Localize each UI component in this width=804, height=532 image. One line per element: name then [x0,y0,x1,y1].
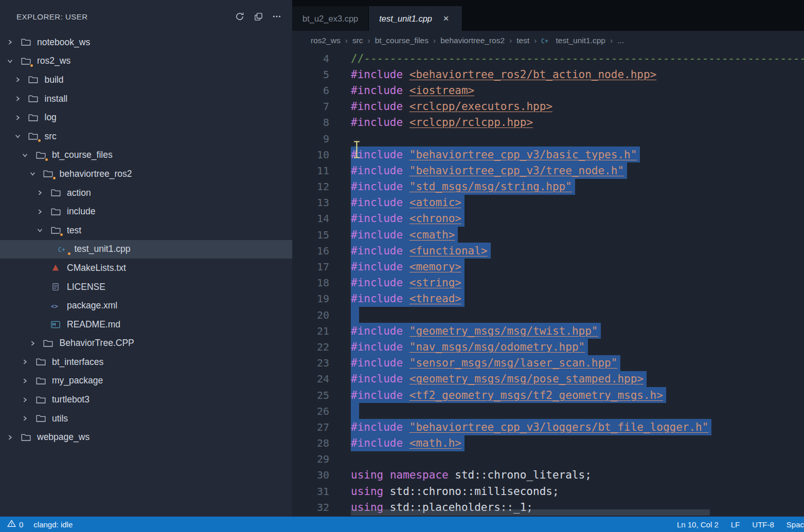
breadcrumb-item-ros2_ws[interactable]: ros2_ws [311,36,341,45]
status-eol-sequence[interactable]: LF [731,520,740,529]
tree-item-LICENSE[interactable]: LICENSE [0,278,292,297]
chevron-down-icon[interactable] [29,171,42,177]
code-line-text[interactable]: #include "nav_msgs/msg/odometry.hpp" [351,339,588,355]
tree-item-src[interactable]: src [0,127,292,146]
line-number[interactable]: 5 [292,68,329,81]
refresh-icon[interactable] [231,9,248,24]
line-number[interactable]: 13 [292,196,329,209]
status-indentation[interactable]: Spac [787,520,804,529]
line-number[interactable]: 9 [292,133,329,145]
line-number[interactable]: 23 [292,357,329,369]
code-line-text[interactable]: #include <tf2_geometry_msgs/tf2_geometry… [351,387,666,403]
line-number[interactable]: 14 [292,212,329,225]
line-number[interactable]: 32 [292,501,329,513]
chevron-right-icon[interactable] [21,415,34,421]
tree-item-test[interactable]: test [0,221,292,240]
tree-item-bt_interfaces[interactable]: bt_interfaces [0,353,292,372]
tree-item-behaviortree_ros2[interactable]: behaviortree_ros2 [0,164,292,184]
code-line-text[interactable]: #include <functional> [351,243,491,259]
line-number[interactable]: 17 [292,261,329,273]
line-number[interactable]: 15 [292,229,329,241]
code-line-text[interactable]: using namespace std::chrono_literals; [351,467,592,483]
code-line-text[interactable] [351,307,359,323]
chevron-right-icon[interactable] [36,190,49,196]
code-line-text[interactable]: #include "behaviortree_cpp_v3/tree_node.… [351,162,627,178]
tree-item-webpage_ws[interactable]: webpage_ws [0,428,292,447]
breadcrumb-item-test_unit1.cpp[interactable]: test_unit1.cpp [556,36,605,45]
code-line-text[interactable]: //--------------------------------------… [351,50,804,66]
line-number[interactable]: 8 [292,116,329,129]
line-number[interactable]: 19 [292,292,329,305]
breadcrumb-item-src[interactable]: src [352,36,363,45]
chevron-down-icon[interactable] [36,227,49,233]
line-number[interactable]: 12 [292,180,329,193]
line-number[interactable]: 29 [292,453,329,465]
more-actions-icon[interactable] [269,9,285,24]
line-number[interactable]: 24 [292,373,329,385]
split-editor-icon[interactable] [250,9,266,24]
line-number[interactable]: 31 [292,485,329,498]
tree-item-bt_course_files[interactable]: bt_course_files [0,146,292,165]
tree-item-BehaviorTree.CPP[interactable]: BehaviorTree.CPP [0,334,292,353]
chevron-right-icon[interactable] [21,397,34,403]
code-line-text[interactable]: #include <atomic> [351,195,464,211]
breadcrumb-item-behaviortree_ros2[interactable]: behaviortree_ros2 [440,36,505,45]
chevron-right-icon[interactable] [14,77,27,83]
tree-item-action[interactable]: action [0,184,292,203]
line-number[interactable]: 16 [292,245,329,257]
line-number[interactable]: 18 [292,277,329,289]
code-line-text[interactable]: #include <cmath> [351,227,458,243]
chevron-down-icon[interactable] [6,58,20,64]
language-server-status[interactable]: clangd: idle [33,520,73,529]
code-line-text[interactable]: #include <rclcpp/executors.hpp> [351,99,552,115]
code-line-text[interactable]: #include <iostream> [351,82,474,98]
horizontal-scrollbar[interactable] [351,509,710,516]
code-line-text[interactable]: #include <memory> [351,259,464,274]
tree-item-CMakeLists.txt[interactable]: CMakeLists.txt [0,259,292,278]
tree-item-README.md[interactable]: README.md [0,315,292,334]
line-number[interactable]: 4 [292,52,329,65]
tree-item-notebook_ws[interactable]: notebook_ws [0,33,292,52]
code-line-text[interactable]: #include "std_msgs/msg/string.hpp" [351,179,575,195]
code-line-text[interactable]: #include <rclcpp/rclcpp.hpp> [351,115,533,131]
tree-item-build[interactable]: build [0,70,292,89]
code-line-text[interactable]: #include <geometry_msgs/msg/pose_stamped… [351,371,647,387]
code-area[interactable]: 4//-------------------------------------… [292,50,804,517]
chevron-right-icon[interactable] [14,115,27,121]
code-line-text[interactable]: #include <behaviortree_ros2/bt_action_no… [351,66,656,82]
status-cursor-position[interactable]: Ln 10, Col 2 [677,520,719,529]
chevron-right-icon[interactable] [21,378,34,384]
code-line-text[interactable]: #include "behaviortree_cpp_v3/loggers/bt… [351,419,711,435]
tree-item-turtlebot3[interactable]: turtlebot3 [0,390,292,409]
tab-bt_u2_ex3.cpp[interactable]: bt_u2_ex3.cpp [292,6,369,31]
tab-test_unit1.cpp[interactable]: test_unit1.cpp× [369,6,462,31]
chevron-right-icon[interactable] [29,340,42,346]
tree-item-log[interactable]: log [0,108,292,127]
breadcrumb-item-...[interactable]: ... [617,36,624,45]
chevron-down-icon[interactable] [21,152,34,158]
line-number[interactable]: 28 [292,437,329,449]
chevron-right-icon[interactable] [36,209,49,215]
status-encoding[interactable]: UTF-8 [752,520,774,529]
close-icon[interactable]: × [440,13,452,24]
chevron-right-icon[interactable] [14,96,27,102]
line-number[interactable]: 30 [292,469,329,481]
chevron-right-icon[interactable] [6,39,20,45]
code-line-text[interactable]: #include "sensor_msgs/msg/laser_scan.hpp… [351,355,620,371]
code-line-text[interactable] [351,403,359,419]
line-number[interactable]: 26 [292,405,329,417]
line-number[interactable]: 25 [292,389,329,401]
tree-item-my_package[interactable]: my_package [0,372,292,391]
tree-item-ros2_ws[interactable]: ros2_ws [0,52,292,71]
line-number[interactable]: 27 [292,421,329,433]
line-number[interactable]: 6 [292,84,329,97]
line-number[interactable]: 7 [292,100,329,113]
tree-item-test_unit1.cpp[interactable]: C+test_unit1.cpp [0,240,292,259]
chevron-down-icon[interactable] [14,133,27,139]
line-number[interactable]: 20 [292,309,329,321]
chevron-right-icon[interactable] [6,434,20,441]
code-line-text[interactable]: using std::chrono::milliseconds; [351,483,559,499]
tree-item-install[interactable]: install [0,89,292,108]
chevron-right-icon[interactable] [21,359,34,365]
code-line-text[interactable]: #include "behaviortree_cpp_v3/basic_type… [351,146,640,162]
